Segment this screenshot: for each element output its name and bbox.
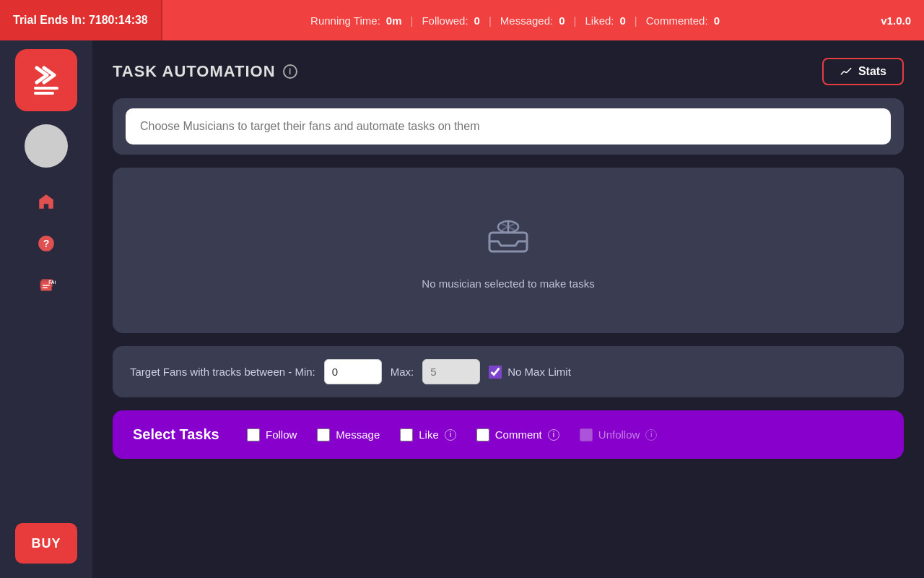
content-area: TASK AUTOMATION i Stats — [92, 40, 924, 578]
task-option-like: Like i — [400, 428, 456, 441]
empty-state-text: No musician selected to make tasks — [422, 277, 594, 290]
no-max-limit-label: No Max Limit — [507, 366, 571, 378]
page-title-row: TASK AUTOMATION i — [113, 62, 297, 81]
unfollow-label: Unfollow — [598, 428, 640, 441]
min-tracks-input[interactable] — [324, 359, 382, 384]
sidebar-icons: ? FAQ — [32, 188, 60, 523]
unfollow-checkbox[interactable] — [580, 428, 593, 441]
max-label: Max: — [391, 366, 414, 378]
trial-box: Trial Ends In: 7180:14:38 — [0, 0, 162, 40]
messaged-value: 0 — [559, 14, 565, 27]
filter-card: Target Fans with tracks between - Min: M… — [113, 346, 904, 397]
svg-text:?: ? — [43, 238, 50, 249]
running-label: Running Time: — [310, 14, 380, 27]
stats-button[interactable]: Stats — [822, 58, 904, 85]
tasks-card: Select Tasks Follow Message Like i Comme… — [113, 410, 904, 459]
followed-value: 0 — [474, 14, 480, 27]
messaged-label: Messaged: — [500, 14, 553, 27]
stats-icon — [840, 65, 853, 78]
top-bar-stats: Running Time: 0m | Followed: 0 | Message… — [162, 14, 868, 27]
liked-value: 0 — [620, 14, 626, 27]
task-option-follow: Follow — [247, 428, 297, 441]
like-label: Like — [419, 428, 439, 441]
trial-label: Trial Ends In: — [13, 14, 85, 27]
message-label: Message — [336, 428, 380, 441]
unfollow-info-icon[interactable]: i — [645, 429, 657, 441]
search-card — [113, 98, 904, 155]
follow-checkbox[interactable] — [247, 428, 260, 441]
comment-label: Comment — [495, 428, 542, 441]
main-layout: ? FAQ BUY TASK AUTOMATI — [0, 40, 924, 578]
running-value: 0m — [386, 14, 402, 27]
trial-time: 7180:14:38 — [89, 14, 148, 27]
sidebar-item-home[interactable] — [32, 188, 60, 215]
followed-label: Followed: — [422, 14, 468, 27]
max-tracks-input[interactable] — [422, 359, 480, 384]
tasks-title: Select Tasks — [133, 426, 227, 443]
stats-btn-label: Stats — [858, 65, 886, 78]
like-checkbox[interactable] — [400, 428, 413, 441]
comment-checkbox[interactable] — [476, 428, 489, 441]
sidebar-logo — [15, 49, 77, 111]
top-bar: Trial Ends In: 7180:14:38 Running Time: … — [0, 0, 924, 40]
like-info-icon[interactable]: i — [445, 429, 456, 441]
task-option-unfollow: Unfollow i — [580, 428, 658, 441]
sidebar-item-faq[interactable]: FAQ — [32, 272, 60, 299]
message-checkbox[interactable] — [317, 428, 330, 441]
svg-text:FAQ: FAQ — [48, 280, 56, 285]
filter-label: Target Fans with tracks between - Min: — [130, 366, 315, 378]
page-info-icon[interactable]: i — [283, 64, 297, 79]
commented-value: 0 — [714, 14, 720, 27]
no-max-limit-row: No Max Limit — [489, 366, 571, 379]
comment-info-icon[interactable]: i — [548, 429, 559, 441]
musician-search-input[interactable] — [126, 108, 891, 144]
version-label: v1.0.0 — [868, 14, 924, 27]
empty-state-card: No musician selected to make tasks — [113, 168, 904, 333]
page-header: TASK AUTOMATION i Stats — [113, 58, 904, 85]
page-title: TASK AUTOMATION — [113, 62, 276, 81]
sidebar: ? FAQ BUY — [0, 40, 92, 578]
empty-state-icon — [482, 211, 534, 266]
task-option-message: Message — [317, 428, 380, 441]
avatar — [25, 124, 68, 168]
commented-label: Commented: — [646, 14, 708, 27]
no-max-limit-checkbox[interactable] — [489, 366, 502, 379]
buy-button[interactable]: BUY — [15, 523, 77, 564]
follow-label: Follow — [266, 428, 297, 441]
task-option-comment: Comment i — [476, 428, 559, 441]
sidebar-item-help[interactable]: ? — [32, 230, 60, 257]
liked-label: Liked: — [585, 14, 614, 27]
